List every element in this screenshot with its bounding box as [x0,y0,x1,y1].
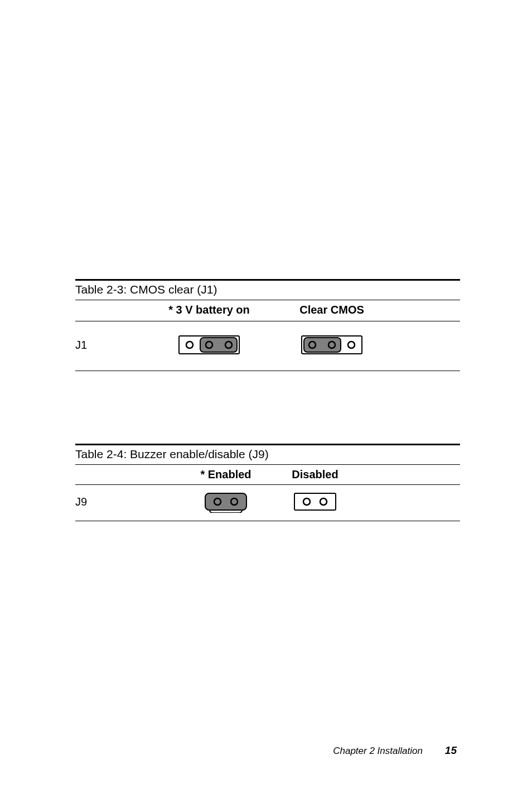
rule [75,521,460,521]
jumper-diagram-icon [204,491,248,513]
row-label: J9 [75,496,87,508]
column-header: Clear CMOS [299,304,364,316]
column-header: * 3 V battery on [168,304,250,316]
svg-point-15 [320,498,327,505]
column-header: * Enabled [200,468,251,481]
svg-point-14 [303,498,310,505]
row-label: J1 [75,339,87,351]
page-footer: Chapter 2 Installation 15 [333,744,457,757]
svg-point-9 [348,342,355,348]
table-title: Table 2-3: CMOS clear (J1) [75,283,217,296]
table-buzzer: Table 2-4: Buzzer enable/disable (J9) * … [75,444,460,521]
column-header: Disabled [292,468,338,481]
table-cmos-clear: Table 2-3: CMOS clear (J1) * 3 V battery… [75,279,460,371]
svg-rect-10 [205,493,246,510]
svg-rect-13 [294,493,336,510]
footer-chapter: Chapter 2 Installation [333,746,423,757]
jumper-diagram-icon [301,334,362,356]
table-title: Table 2-4: Buzzer enable/disable (J9) [75,448,269,461]
svg-point-2 [186,342,193,348]
footer-page-number: 15 [445,744,457,757]
jumper-diagram-icon [178,334,240,356]
jumper-diagram-icon [293,491,337,513]
